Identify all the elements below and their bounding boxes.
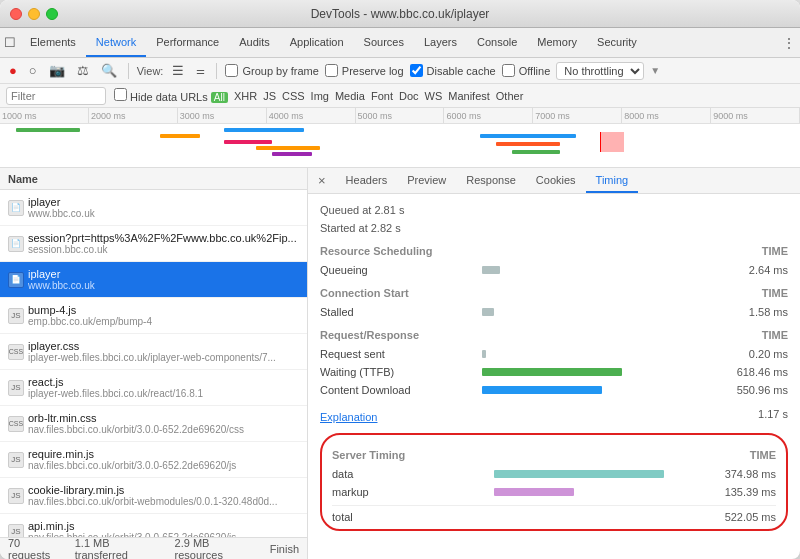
panel-tab-response[interactable]: Response [456,168,526,193]
filter-css[interactable]: CSS [282,90,305,102]
network-item-iplayer-css[interactable]: CSS iplayer.css iplayer-web.files.bbci.c… [0,334,307,370]
waiting-bar [482,368,622,376]
tab-layers[interactable]: Layers [414,28,467,57]
filter-ws[interactable]: WS [425,90,443,102]
content-download-bar [482,386,602,394]
item-icon-1: 📄 [8,200,24,216]
panel-tab-preview[interactable]: Preview [397,168,456,193]
markup-value: 135.39 ms [696,486,776,498]
disable-cache-option: Disable cache [410,64,496,77]
filter-manifest[interactable]: Manifest [448,90,490,102]
server-timing-title: Server Timing TIME [332,449,776,461]
hide-data-urls-checkbox[interactable] [114,88,127,101]
titlebar: DevTools - www.bbc.co.uk/iplayer [0,0,800,28]
waiting-bar-area [480,367,708,377]
filter-xhr[interactable]: XHR [234,90,257,102]
ruler-mark-1: 1000 ms [0,108,89,123]
item-url-5: iplayer-web.files.bbci.co.uk/iplayer-web… [28,352,288,363]
content-download-row: Content Download 550.96 ms [320,381,788,399]
view-label: View: [137,65,164,77]
item-url-4: emp.bbc.co.uk/emp/bump-4 [28,316,288,327]
timeline-net-bar-1 [16,128,80,132]
item-icon-10: JS [8,524,24,538]
resource-scheduling-title: Resource Scheduling TIME [320,245,788,257]
explanation-value: 1.17 s [758,408,788,420]
ruler-mark-6: 6000 ms [444,108,533,123]
view-compact-button[interactable]: ⚌ [193,64,208,77]
stalled-value: 1.58 ms [708,306,788,318]
network-item-api[interactable]: JS api.min.js nav.files.bbci.co.uk/orbit… [0,514,307,537]
filter-js[interactable]: JS [263,90,276,102]
clear-button[interactable]: ○ [26,62,40,79]
item-icon-4: JS [8,308,24,324]
minimize-button[interactable] [28,8,40,20]
panel-close-button[interactable]: × [312,173,332,188]
panel-tab-headers[interactable]: Headers [336,168,398,193]
markup-row: markup 135.39 ms [332,483,776,501]
view-list-button[interactable]: ☰ [169,62,187,79]
tab-security[interactable]: Security [587,28,647,57]
search-button[interactable]: 🔍 [98,62,120,79]
item-url-2: session.bbc.co.uk [28,244,288,255]
filter-doc[interactable]: Doc [399,90,419,102]
throttle-select[interactable]: No throttling [556,62,644,80]
tab-elements[interactable]: Elements [20,28,86,57]
record-button[interactable]: ● [6,62,20,79]
group-by-frame-checkbox[interactable] [225,64,238,77]
timeline-content [0,124,800,168]
network-item-orb-css[interactable]: CSS orb-ltr.min.css nav.files.bbci.co.uk… [0,406,307,442]
queueing-bar [482,266,500,274]
tab-memory[interactable]: Memory [527,28,587,57]
hide-data-urls-label: Hide data URLs [130,91,211,103]
filter-button[interactable]: ⚖ [74,62,92,79]
request-sent-label: Request sent [320,348,480,360]
item-name-9: cookie-library.min.js [28,484,299,496]
request-response-label: Request/Response [320,329,419,341]
tab-network[interactable]: Network [86,28,146,57]
tab-audits[interactable]: Audits [229,28,280,57]
item-icon-8: JS [8,452,24,468]
tab-sources[interactable]: Sources [354,28,414,57]
network-item-cookie[interactable]: JS cookie-library.min.js nav.files.bbci.… [0,478,307,514]
explanation-link[interactable]: Explanation [320,411,378,423]
request-response-time: TIME [762,329,788,341]
total-row: total 522.05 ms [332,505,776,523]
panel-tab-timing[interactable]: Timing [586,168,639,193]
markup-label: markup [332,486,492,498]
more-tabs-button[interactable]: ⋮ [782,35,796,51]
disable-cache-checkbox[interactable] [410,64,423,77]
close-button[interactable] [10,8,22,20]
item-name-4: bump-4.js [28,304,299,316]
filter-media[interactable]: Media [335,90,365,102]
network-item-react[interactable]: JS react.js iplayer-web.files.bbci.co.uk… [0,370,307,406]
throttle-dropdown-icon[interactable]: ▼ [650,65,660,76]
stalled-label: Stalled [320,306,480,318]
network-item-iplayer-2[interactable]: 📄 iplayer www.bbc.co.uk [0,262,307,298]
maximize-button[interactable] [46,8,58,20]
filter-font[interactable]: Font [371,90,393,102]
inspector-icon[interactable]: ☐ [4,35,16,50]
stalled-bar-area [480,307,708,317]
tab-application[interactable]: Application [280,28,354,57]
network-item-iplayer-1[interactable]: 📄 iplayer www.bbc.co.uk [0,190,307,226]
offline-checkbox[interactable] [502,64,515,77]
item-url-8: nav.files.bbci.co.uk/orbit/3.0.0-652.2de… [28,460,288,471]
tab-console[interactable]: Console [467,28,527,57]
item-name-5: iplayer.css [28,340,299,352]
network-item-session[interactable]: 📄 session?prt=https%3A%2F%2Fwww.bbc.co.u… [0,226,307,262]
filter-img[interactable]: Img [311,90,329,102]
server-timing-label: Server Timing [332,449,405,461]
item-icon-7: CSS [8,416,24,432]
panel-tab-cookies[interactable]: Cookies [526,168,586,193]
network-item-require[interactable]: JS require.min.js nav.files.bbci.co.uk/o… [0,442,307,478]
connection-start-label: Connection Start [320,287,409,299]
filter-input[interactable] [6,87,106,105]
network-item-bump[interactable]: JS bump-4.js emp.bbc.co.uk/emp/bump-4 [0,298,307,334]
preserve-log-checkbox[interactable] [325,64,338,77]
camera-button[interactable]: 📷 [46,62,68,79]
total-label: total [332,511,492,523]
resource-scheduling-label: Resource Scheduling [320,245,432,257]
waiting-label: Waiting (TTFB) [320,366,480,378]
filter-other[interactable]: Other [496,90,524,102]
tab-performance[interactable]: Performance [146,28,229,57]
